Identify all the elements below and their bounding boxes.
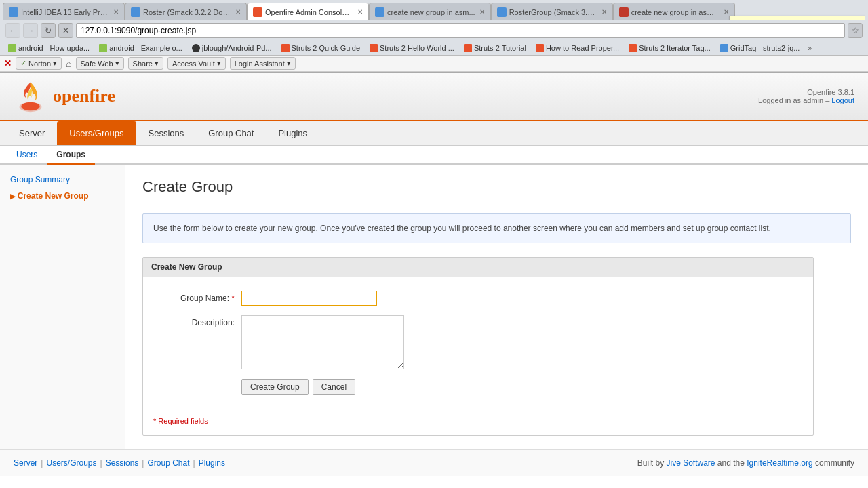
description-row: Description:: [153, 315, 803, 369]
tab-title-openfire: Openfire Admin Console:...: [265, 8, 353, 16]
nav-users-groups[interactable]: Users/Groups: [57, 121, 136, 145]
login-assistant-button[interactable]: Login Assistant ▾: [230, 57, 296, 70]
tab-close-create[interactable]: ✕: [479, 8, 485, 16]
cancel-button[interactable]: Cancel: [313, 379, 355, 395]
sub-nav: Users Groups: [0, 146, 868, 165]
norton-label: Norton: [28, 60, 51, 68]
tab-close-rostergroup[interactable]: ✕: [601, 8, 607, 16]
footer-sessions[interactable]: Sessions: [106, 458, 139, 468]
tab-create2[interactable]: create new group in asmack a... ✕: [613, 3, 735, 20]
footer-community: community: [815, 458, 854, 468]
footer-sep2: |: [100, 458, 102, 468]
group-name-input[interactable]: [241, 291, 377, 306]
safe-web-button[interactable]: Safe Web ▾: [76, 57, 124, 70]
app-version: Openfire 3.8.1: [758, 88, 854, 96]
footer-sep1: |: [41, 458, 43, 468]
bookmark-android1[interactable]: android - How upda...: [5, 43, 92, 53]
home-button[interactable]: ⌂: [66, 58, 71, 69]
bookmark-struts-tutorial[interactable]: Struts 2 Tutorial: [461, 43, 529, 53]
app-info: Openfire 3.8.1 Logged in as admin – Logo…: [758, 88, 854, 104]
bookmark-gridtag[interactable]: GridTag - struts2-jq...: [717, 43, 803, 53]
bookmark-android2[interactable]: android - Example o...: [96, 43, 185, 53]
footer-server[interactable]: Server: [14, 458, 37, 468]
bookmark-label-android2: android - Example o...: [109, 44, 182, 52]
create-group-button[interactable]: Create Group: [241, 379, 309, 395]
access-vault-button[interactable]: Access Vault ▾: [167, 57, 226, 70]
footer-right: Built by Jive Software and the IgniteRea…: [637, 458, 854, 468]
tab-title-create: create new group in asm...: [387, 8, 475, 16]
footer-group-chat[interactable]: Group Chat: [147, 458, 189, 468]
openfire-app: openfire Openfire 3.8.1 Logged in as adm…: [0, 73, 868, 476]
ext-close[interactable]: ✕: [4, 58, 12, 68]
address-bar[interactable]: [76, 23, 845, 38]
bookmark-struts-iterator[interactable]: Struts 2 Iterator Tag...: [626, 43, 713, 53]
browser-controls: ← → ↻ ✕ ☆: [0, 20, 868, 41]
bookmark-icon-android1: [8, 44, 16, 52]
main-content: Create Group Use the form below to creat…: [125, 165, 868, 449]
subnav-groups[interactable]: Groups: [47, 146, 95, 165]
bookmark-how-to-read[interactable]: How to Read Proper...: [533, 43, 622, 53]
norton-chevron: ▾: [53, 59, 57, 68]
tab-rostergroup[interactable]: RosterGroup (Smack 3.2.2... ✕: [491, 3, 613, 20]
nav-server[interactable]: Server: [7, 121, 57, 145]
norton-button[interactable]: ✓ Norton ▾: [16, 57, 62, 70]
footer-users-groups[interactable]: Users/Groups: [46, 458, 96, 468]
browser-chrome: IntelliJ IDEA 13 Early Previ... ✕ Roster…: [0, 0, 868, 73]
forward-button[interactable]: →: [23, 23, 38, 38]
tab-title-create2: create new group in asmack a...: [631, 8, 719, 16]
bookmark-label-how-to-read: How to Read Proper...: [546, 44, 619, 52]
tab-create-group[interactable]: create new group in asm... create new gr…: [369, 3, 491, 20]
back-button[interactable]: ←: [5, 23, 20, 38]
form-actions: Create Group Cancel: [153, 379, 803, 395]
tab-title-rostergroup: RosterGroup (Smack 3.2.2...: [509, 8, 597, 16]
share-button[interactable]: Share ▾: [128, 57, 163, 70]
tab-roster[interactable]: Roster (Smack 3.2.2 Docu... ✕: [125, 3, 247, 20]
tab-title-intellij: IntelliJ IDEA 13 Early Previ...: [21, 8, 109, 16]
safe-web-chevron: ▾: [115, 59, 119, 68]
footer-and: and the: [717, 458, 745, 468]
tab-close-roster[interactable]: ✕: [235, 8, 241, 16]
star-button[interactable]: ☆: [848, 23, 863, 38]
group-name-label: Group Name: *: [153, 291, 241, 303]
bookmark-label-struts-quick: Struts 2 Quick Guide: [292, 44, 361, 52]
sidebar-group-summary[interactable]: Group Summary: [0, 171, 125, 188]
bookmark-label-struts-iterator: Struts 2 Iterator Tag...: [639, 44, 711, 52]
content-layout: Group Summary Create New Group Create Gr…: [0, 165, 868, 449]
nav-sessions[interactable]: Sessions: [136, 121, 197, 145]
info-box: Use the form below to create your new gr…: [142, 214, 851, 243]
footer-jive-link[interactable]: Jive Software: [666, 458, 715, 468]
nav-plugins[interactable]: Plugins: [266, 121, 319, 145]
login-assistant-chevron: ▾: [287, 59, 291, 68]
bookmark-label-struts-hello: Struts 2 Hello World ...: [380, 44, 454, 52]
sidebar-create-new-group[interactable]: Create New Group: [0, 188, 125, 204]
nav-group-chat[interactable]: Group Chat: [196, 121, 266, 145]
tab-openfire[interactable]: Openfire Admin Console:... ✕: [247, 3, 369, 20]
reload-button[interactable]: ↻: [41, 23, 56, 38]
logout-link[interactable]: Logout: [831, 96, 854, 104]
bookmark-icon-struts-quick: [281, 44, 290, 52]
bookmark-struts-hello[interactable]: Struts 2 Hello World ...: [367, 43, 457, 53]
sidebar: Group Summary Create New Group: [0, 165, 125, 449]
required-marker: *: [231, 293, 235, 303]
description-textarea[interactable]: [241, 315, 404, 369]
bookmark-github[interactable]: jblough/Android-Pd...: [189, 43, 275, 53]
subnav-users[interactable]: Users: [7, 146, 47, 165]
group-name-row: Group Name: *: [153, 291, 803, 306]
stop-button[interactable]: ✕: [58, 23, 73, 38]
bookmark-struts-quick[interactable]: Struts 2 Quick Guide: [279, 43, 363, 53]
access-vault-chevron: ▾: [217, 59, 221, 68]
tab-close-intellij[interactable]: ✕: [113, 8, 119, 16]
bookmarks-more[interactable]: »: [808, 45, 812, 52]
tab-tooltip: create new group in asmack - Penelusuran…: [729, 16, 865, 20]
footer-ignite-link[interactable]: IgniteRealtime.org: [747, 458, 812, 468]
share-chevron: ▾: [155, 59, 159, 68]
footer-plugins[interactable]: Plugins: [199, 458, 225, 468]
tab-close-create2[interactable]: ✕: [724, 8, 729, 16]
bookmark-icon-struts-iterator: [629, 44, 637, 52]
bookmark-icon-github: [192, 44, 200, 52]
bookmark-label-struts-tutorial: Struts 2 Tutorial: [474, 44, 526, 52]
footer-sep4: |: [193, 458, 195, 468]
share-label: Share: [133, 60, 153, 68]
tab-close-openfire[interactable]: ✕: [357, 8, 363, 16]
tab-intellij[interactable]: IntelliJ IDEA 13 Early Previ... ✕: [3, 3, 125, 20]
